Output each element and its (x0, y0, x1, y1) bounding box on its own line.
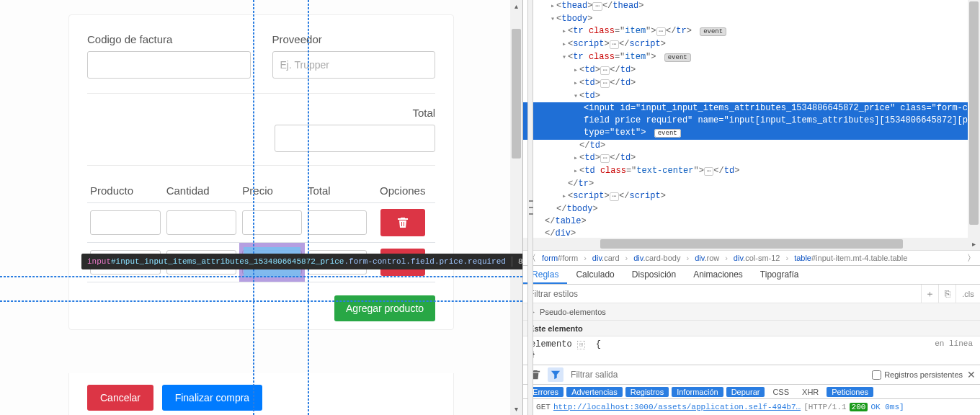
tab-animations[interactable]: Animaciones (685, 266, 752, 284)
row1-total-input[interactable] (308, 210, 368, 235)
ct-logs[interactable]: Registros (625, 387, 669, 397)
console-level-tabs: Errores Advertencias Registros Informaci… (523, 385, 980, 399)
row1-price-input[interactable] (242, 210, 302, 235)
breadcrumb-right-icon[interactable]: 〉 (967, 252, 976, 264)
page-scrollbar[interactable]: ▴ ▾ (510, 0, 522, 415)
crumb-table[interactable]: table#input-item.mt-4.table.table (794, 254, 907, 262)
invoice-code-input[interactable] (87, 51, 251, 79)
total-label: Total (412, 107, 435, 119)
add-product-button[interactable]: Agregar producto (334, 295, 435, 321)
dom-breadcrumb[interactable]: 〈 form#form› div.card› div.card-body› di… (523, 250, 980, 266)
tooltip-tag: input (87, 257, 111, 266)
crumb-col[interactable]: div.col-sm-12 (734, 254, 780, 262)
ct-xhr[interactable]: XHR (797, 387, 824, 397)
divider (87, 93, 435, 94)
add-rule-button[interactable]: ＋ (921, 285, 938, 303)
supplier-input[interactable] (272, 51, 436, 79)
inline-badge: en línea (935, 339, 973, 348)
tooltip-id: #input_input_items_attributes_1534806645… (111, 257, 344, 266)
split-gutter[interactable] (527, 0, 533, 415)
filter-toggle-button[interactable] (548, 367, 564, 382)
invoice-code-label: Codigo de factura (87, 33, 251, 45)
card-footer: Cancelar Finalizar compra (68, 373, 454, 415)
tooltip-separator (512, 256, 512, 267)
persistent-logs-checkbox[interactable]: Registros persistentes (872, 370, 963, 380)
row1-product-input[interactable] (90, 210, 161, 235)
inspector-tooltip: input#input_input_items_attributes_15348… (81, 254, 522, 269)
tab-computed[interactable]: Calculado (567, 266, 623, 284)
this-element-row: Este elemento (523, 321, 980, 336)
cancel-button[interactable]: Cancelar (87, 385, 153, 411)
ct-requests[interactable]: Peticiones (827, 387, 873, 397)
css-rules-body[interactable]: elemento ⊞ { } en línea (523, 336, 980, 365)
tooltip-classes: .form-control.field.price.required (344, 257, 505, 266)
crumb-card-body[interactable]: div.card-body (633, 254, 680, 262)
form-card: Codigo de factura Proveedor Total (68, 14, 454, 330)
dom-hscrollbar[interactable]: ◂ ▸ (523, 238, 980, 250)
th-options: Opciones (370, 179, 435, 203)
ct-info[interactable]: Información (672, 387, 723, 397)
divider-2 (87, 165, 435, 166)
crumb-form[interactable]: form#form (542, 254, 578, 262)
dom-selected-node[interactable]: <input id="input_input_items_attributes_… (523, 102, 968, 140)
trash-icon (397, 217, 409, 228)
console-close-button[interactable]: ✕ (967, 369, 976, 380)
row1-quantity-input[interactable] (166, 210, 237, 235)
styles-tabs: Reglas Calculado Disposición Animaciones… (523, 266, 980, 285)
scroll-down-button[interactable]: ▾ (510, 403, 522, 415)
scroll-thumb[interactable] (512, 29, 521, 159)
scroll-up-button[interactable]: ▴ (510, 0, 522, 12)
th-total: Total (305, 179, 370, 203)
dom-scrollbar[interactable] (968, 0, 980, 238)
row1-delete-button[interactable] (380, 209, 425, 236)
pin-icon[interactable]: ⎘ (938, 285, 956, 303)
th-quantity: Cantidad (164, 179, 240, 203)
tab-layout[interactable]: Disposición (623, 266, 685, 284)
pseudo-elements-row[interactable]: ▸Pseudo-elementos (523, 303, 980, 321)
hscroll-right-button[interactable]: ▸ (968, 238, 980, 250)
crumb-card[interactable]: div.card (592, 254, 620, 262)
funnel-icon (551, 370, 561, 380)
styles-filter-input[interactable] (523, 289, 921, 299)
crumb-row[interactable]: div.row (695, 254, 719, 262)
table-row (87, 203, 435, 243)
console-filter-input[interactable] (568, 370, 868, 380)
finish-button[interactable]: Finalizar compra (162, 385, 262, 411)
th-price: Precio (239, 179, 305, 203)
tooltip-dims: 89.8667 × 38 (518, 257, 522, 266)
cls-toggle[interactable]: .cls (956, 285, 980, 303)
devtools-panel: ▸<thead>⋯</thead> ▾<tbody> ▸<tr class="i… (522, 0, 980, 415)
ct-debug[interactable]: Depurar (726, 387, 765, 397)
total-input[interactable] (275, 125, 435, 152)
supplier-label: Proveedor (272, 33, 436, 45)
tab-typography[interactable]: Tipografía (752, 266, 808, 284)
dom-tree[interactable]: ▸<thead>⋯</thead> ▾<tbody> ▸<tr class="i… (523, 0, 968, 238)
app-viewport: Codigo de factura Proveedor Total (0, 0, 522, 415)
ct-warnings[interactable]: Advertencias (566, 387, 623, 397)
th-product: Producto (87, 179, 164, 203)
console-toolbar: Registros persistentes ✕ (523, 365, 980, 385)
console-log-line[interactable]: ▸ GET http://localhost:3000/assets/appli… (523, 399, 980, 415)
ct-css[interactable]: CSS (767, 387, 794, 397)
